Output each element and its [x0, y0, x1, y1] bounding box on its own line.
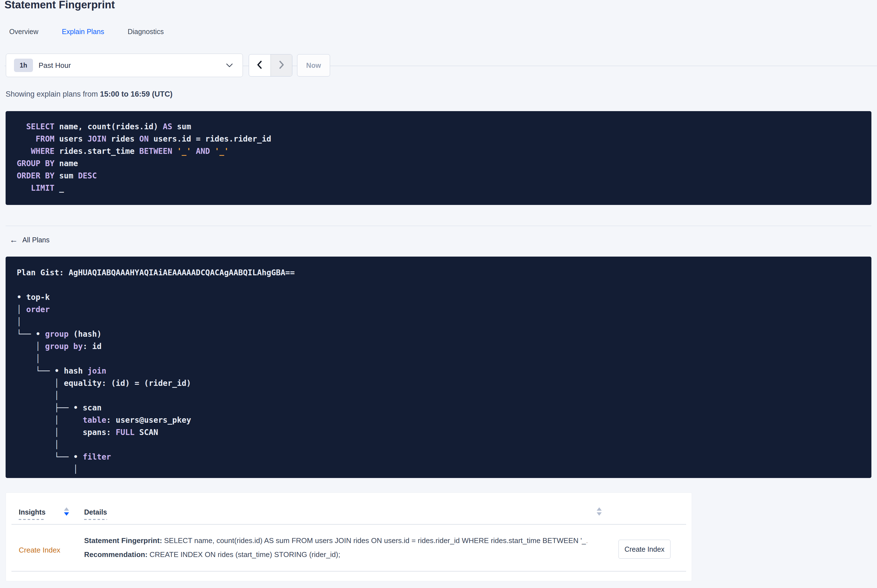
detail-recommendation-text: CREATE INDEX ON rides (start_time) STORI… [147, 550, 340, 559]
plan-gist-box[interactable]: Plan Gist: AgHUAQIABQAAAHYAQIAiAEAAAAADC… [6, 256, 871, 478]
time-nav-group [249, 54, 292, 76]
all-plans-back-link[interactable]: ← All Plans [9, 236, 50, 244]
tab-bar: Overview Explain Plans Diagnostics [4, 28, 169, 36]
detail-statement-text: SELECT name, count(rides.id) AS sum FROM… [162, 536, 587, 545]
sort-up-arrow-icon [64, 507, 69, 511]
detail-statement-label: Statement Fingerprint: [84, 536, 162, 545]
detail-recommendation: Recommendation: CREATE INDEX ON rides (s… [84, 550, 340, 559]
page-title: Statement Fingerprint [5, 0, 115, 11]
header-divider [12, 524, 686, 525]
insights-table-card: Insights Details Create Index Statement … [6, 492, 692, 581]
sort-down-arrow-icon [64, 512, 69, 516]
insights-header-label: Insights [19, 508, 45, 516]
showing-range-text: Showing explain plans from 15:00 to 16:5… [6, 90, 173, 99]
details-header-label: Details [84, 508, 107, 516]
tab-overview[interactable]: Overview [4, 28, 44, 36]
now-button[interactable]: Now [297, 54, 330, 76]
time-picker-row: 1h Past Hour Now [6, 54, 330, 77]
column-header-details[interactable]: Details [84, 508, 107, 520]
sort-down-arrow-icon [597, 512, 602, 516]
time-range-value: Past Hour [39, 61, 71, 70]
sort-up-arrow-icon [597, 507, 602, 511]
sort-icon-details[interactable] [597, 507, 602, 516]
showing-range: 15:00 to 16:59 (UTC) [100, 90, 173, 98]
insights-header-dashed-underline [19, 519, 45, 520]
sort-icon-insights[interactable] [64, 507, 69, 516]
showing-prefix: Showing explain plans from [6, 90, 100, 98]
sql-statement-box: SELECT name, count(rides.id) AS sum FROM… [6, 111, 871, 205]
tab-explain-plans[interactable]: Explain Plans [56, 28, 110, 36]
chevron-left-icon [255, 60, 264, 70]
chevron-right-icon [277, 60, 286, 70]
back-arrow-icon: ← [9, 236, 18, 244]
section-divider [6, 226, 871, 226]
row-divider [12, 571, 686, 572]
tab-diagnostics[interactable]: Diagnostics [122, 28, 169, 36]
time-range-badge: 1h [14, 58, 33, 72]
time-range-select[interactable]: 1h Past Hour [6, 54, 243, 77]
all-plans-label: All Plans [23, 236, 50, 244]
column-header-insights[interactable]: Insights [19, 508, 45, 520]
detail-recommendation-label: Recommendation: [84, 550, 147, 559]
next-time-button[interactable] [271, 54, 292, 76]
chevron-down-icon [226, 63, 233, 69]
details-header-dashed-underline [84, 519, 107, 520]
detail-statement-fingerprint: Statement Fingerprint: SELECT name, coun… [84, 536, 587, 545]
create-index-button[interactable]: Create Index [618, 540, 671, 559]
previous-time-button[interactable] [249, 54, 271, 76]
insight-type-create-index: Create Index [19, 546, 60, 555]
